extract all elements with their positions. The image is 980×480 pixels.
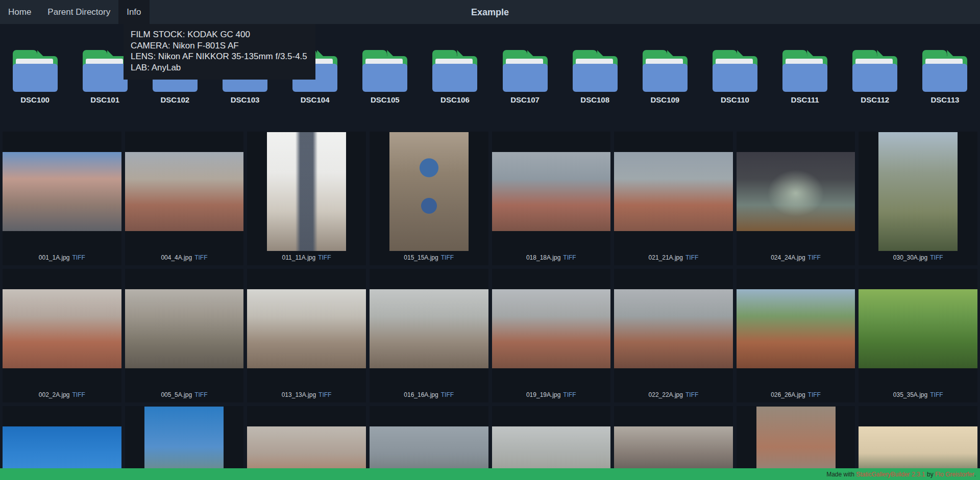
photo-filename-link[interactable]: 004_4A.jpg (161, 254, 192, 265)
photo-filename-link[interactable]: 022_22A.jpg (649, 391, 683, 402)
photo-thumbnail[interactable] (859, 289, 977, 368)
photo-thumbnail[interactable] (125, 152, 244, 231)
folder-icon (432, 50, 477, 92)
photo-tiff-link[interactable]: TIFF (808, 254, 821, 265)
photo-filename-link[interactable]: 001_1A.jpg (39, 254, 70, 265)
photo-caption: 004_4A.jpgTIFF (125, 251, 244, 265)
photo-tiff-link[interactable]: TIFF (563, 254, 576, 265)
folder-item[interactable]: DSC113 (910, 50, 980, 104)
folder-label: DSC107 (510, 95, 540, 104)
photo-tiff-link[interactable]: TIFF (194, 391, 207, 402)
photo-caption: 018_18A.jpgTIFF (492, 251, 611, 265)
photo-cell: 022_22A.jpgTIFF (614, 269, 733, 402)
photo-thumbnail[interactable] (370, 289, 488, 368)
photo-thumbnail[interactable] (878, 132, 958, 251)
folder-item[interactable]: DSC109 (630, 50, 700, 104)
info-line-film-stock: FILM STOCK: KODAK GC 400 (131, 29, 307, 40)
photo-thumbnail[interactable] (3, 152, 121, 231)
photo-filename-link[interactable]: 019_19A.jpg (526, 391, 560, 402)
photo-thumbnail[interactable] (492, 152, 611, 231)
folder-item[interactable]: DSC106 (420, 50, 490, 104)
folder-item[interactable]: DSC111 (770, 50, 840, 104)
photo-tiff-link[interactable]: TIFF (685, 254, 698, 265)
nav-item-parent-directory[interactable]: Parent Directory (39, 0, 118, 24)
photo-thumbnail[interactable] (3, 289, 121, 368)
folder-item[interactable]: DSC110 (700, 50, 770, 104)
photo-tiff-link[interactable]: TIFF (441, 391, 454, 402)
page-title: Example (471, 7, 509, 17)
folder-icon (852, 50, 897, 92)
nav-item-info[interactable]: Info (118, 0, 149, 24)
nav-item-home[interactable]: Home (0, 0, 39, 24)
footer-bar: Made with StaticGalleryBuilder 2.3.1 by … (0, 468, 980, 480)
photo-caption: 024_24A.jpgTIFF (737, 251, 855, 265)
photo-tiff-link[interactable]: TIFF (685, 391, 698, 402)
folder-item[interactable]: DSC112 (840, 50, 910, 104)
photo-thumbnail[interactable] (389, 132, 469, 251)
author-link[interactable]: Flo Greistorfer (935, 471, 974, 478)
folder-item[interactable]: DSC107 (490, 50, 560, 104)
photo-tiff-link[interactable]: TIFF (808, 391, 821, 402)
footer-period-text: . (974, 471, 976, 478)
folder-item[interactable]: DSC100 (0, 50, 70, 104)
photo-thumbnail[interactable] (247, 289, 366, 368)
photo-tiff-link[interactable]: TIFF (930, 254, 943, 265)
photo-tiff-link[interactable]: TIFF (441, 254, 454, 265)
photo-caption: 015_15A.jpgTIFF (370, 251, 488, 265)
folder-icon (573, 50, 618, 92)
photo-filename-link[interactable]: 005_5A.jpg (161, 391, 192, 402)
photo-cell: 005_5A.jpgTIFF (125, 269, 244, 402)
photo-caption: 002_2A.jpgTIFF (3, 389, 121, 402)
photo-cell: 004_4A.jpgTIFF (125, 132, 244, 265)
photo-grid: 001_1A.jpgTIFF004_4A.jpgTIFF011_11A.jpgT… (0, 132, 980, 480)
folder-label: DSC106 (440, 95, 470, 104)
folder-label: DSC102 (161, 95, 190, 104)
photo-caption: 026_26A.jpgTIFF (737, 389, 855, 402)
photo-tiff-link[interactable]: TIFF (930, 391, 943, 402)
photo-tiff-link[interactable]: TIFF (72, 391, 85, 402)
photo-filename-link[interactable]: 021_21A.jpg (649, 254, 683, 265)
photo-filename-link[interactable]: 018_18A.jpg (526, 254, 560, 265)
folder-icon (503, 50, 548, 92)
photo-caption: 016_16A.jpgTIFF (370, 389, 488, 402)
photo-cell: 015_15A.jpgTIFF (370, 132, 488, 265)
photo-tiff-link[interactable]: TIFF (563, 391, 576, 402)
photo-filename-link[interactable]: 002_2A.jpg (39, 391, 70, 402)
folder-label: DSC109 (650, 95, 679, 104)
photo-thumbnail[interactable] (737, 152, 855, 231)
photo-caption: 013_13A.jpgTIFF (247, 389, 366, 402)
photo-thumbnail[interactable] (614, 152, 733, 231)
photo-thumbnail[interactable] (737, 289, 855, 368)
photo-cell: 018_18A.jpgTIFF (492, 132, 611, 265)
photo-thumbnail[interactable] (492, 289, 611, 368)
folder-label: DSC113 (930, 95, 959, 104)
photo-caption: 011_11A.jpgTIFF (247, 251, 366, 265)
folder-item[interactable]: DSC108 (560, 50, 630, 104)
photo-filename-link[interactable]: 026_26A.jpg (771, 391, 805, 402)
photo-tiff-link[interactable]: TIFF (194, 254, 207, 265)
photo-filename-link[interactable]: 013_13A.jpg (282, 391, 316, 402)
photo-thumbnail[interactable] (125, 289, 244, 368)
photo-filename-link[interactable]: 016_16A.jpg (404, 391, 438, 402)
photo-cell: 002_2A.jpgTIFF (3, 269, 121, 402)
photo-filename-link[interactable]: 024_24A.jpg (771, 254, 805, 265)
footer-by-text: by (925, 471, 935, 478)
photo-filename-link[interactable]: 015_15A.jpg (404, 254, 438, 265)
photo-filename-link[interactable]: 011_11A.jpg (282, 254, 316, 265)
folder-label: DSC110 (721, 95, 749, 104)
folder-item[interactable]: DSC105 (350, 50, 420, 104)
photo-filename-link[interactable]: 030_30A.jpg (893, 254, 927, 265)
photo-caption: 019_19A.jpgTIFF (492, 389, 611, 402)
photo-caption: 030_30A.jpgTIFF (859, 251, 977, 265)
builder-link[interactable]: StaticGalleryBuilder 2.3.1 (856, 471, 925, 478)
photo-thumbnail[interactable] (614, 289, 733, 368)
info-line-lab: LAB: AnyLab (131, 62, 307, 73)
photo-tiff-link[interactable]: TIFF (72, 254, 85, 265)
photo-tiff-link[interactable]: TIFF (318, 254, 331, 265)
folder-icon (83, 50, 128, 92)
folder-label: DSC111 (791, 95, 819, 104)
photo-tiff-link[interactable]: TIFF (318, 391, 331, 402)
photo-thumbnail[interactable] (267, 132, 346, 251)
folder-label: DSC108 (580, 95, 609, 104)
photo-filename-link[interactable]: 035_35A.jpg (893, 391, 927, 402)
